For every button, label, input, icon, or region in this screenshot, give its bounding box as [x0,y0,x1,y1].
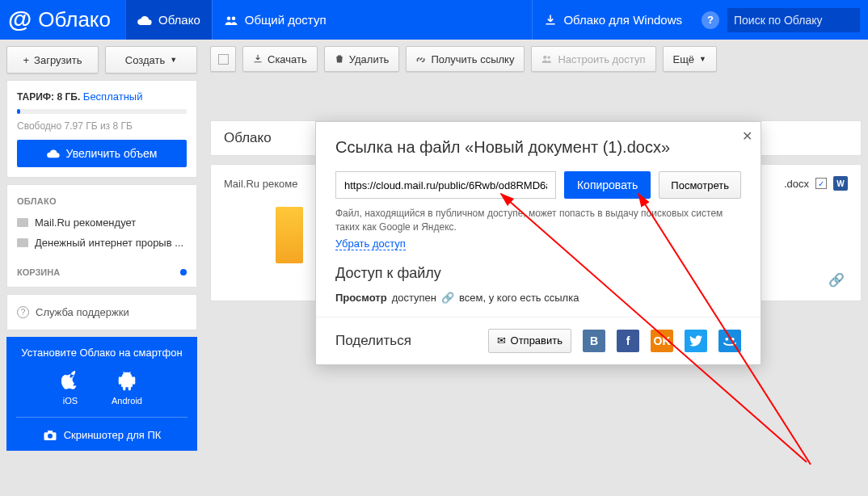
svg-rect-3 [48,431,53,433]
logo-text: Облако [38,7,111,32]
file-item-docx[interactable]: .docx ✓ W [784,176,848,191]
breadcrumb-label[interactable]: Облако [224,130,272,146]
config-access-label: Настроить доступ [558,53,645,65]
nav-shared-label: Общий доступ [245,13,327,27]
delete-button[interactable]: Удалить [324,46,400,72]
sidebar-cloud-title: ОБЛАКО [7,193,196,212]
public-warning-text: Файл, находящийся в публичном доступе, м… [335,207,741,234]
tariff-free-text: Свободно 7.97 ГБ из 8 ГБ [17,120,187,132]
social-moimir[interactable] [718,330,741,352]
send-label: Отправить [511,334,563,347]
tariff-progress [17,109,187,114]
social-vk[interactable]: B [583,330,605,352]
sidebar: + Загрузить Создать ▼ ТАРИФ: 8 ГБ. Беспл… [0,40,204,496]
send-button[interactable]: ✉ Отправить [488,329,571,353]
download-icon [544,14,557,27]
more-label: Ещё [673,53,695,65]
chevron-down-icon: ▼ [170,56,177,64]
sidebar-trash-title[interactable]: КОРЗИНА [17,267,60,277]
download-label: Скачать [268,53,307,65]
access-mode: Просмотр [335,292,387,304]
checkbox-icon[interactable]: ✓ [815,178,827,189]
share-modal: ✕ Ссылка на файл «Новый документ (1).doc… [315,121,761,365]
nav-cloud-label: Облако [158,13,200,27]
access-available: доступен [392,292,436,304]
file-ext-label: .docx [784,178,809,190]
access-title: Доступ к файлу [335,265,741,282]
share-url-input[interactable] [335,171,556,199]
more-button[interactable]: Ещё ▼ [663,46,718,72]
link-icon [416,54,426,64]
create-button[interactable]: Создать ▼ [105,46,197,74]
enlarge-button[interactable]: Увеличить объем [17,140,187,167]
access-row: Просмотр доступен 🔗 всем, у кого есть сс… [335,292,741,304]
toolbar: Скачать Удалить Получить ссылку Настроит… [210,46,868,72]
nav-shared[interactable]: Общий доступ [212,0,338,40]
close-button[interactable]: ✕ [742,128,752,144]
promo-android[interactable]: Android [112,370,142,406]
svg-point-1 [232,16,236,20]
main-header: @ Облако Облако Общий доступ Облако для … [0,0,868,40]
folder-thumbnail[interactable] [276,207,303,263]
svg-point-4 [48,433,53,438]
delete-label: Удалить [349,53,390,65]
social-twitter[interactable] [685,330,707,352]
remove-access-link[interactable]: Убрать доступ [335,237,406,250]
social-facebook[interactable]: f [617,330,639,352]
tariff-plan[interactable]: Бесплатный [83,90,143,103]
link-icon: 🔗 [441,292,454,304]
access-who: всем, у кого есть ссылка [459,292,579,304]
help-button[interactable]: ? [702,11,719,29]
get-link-button[interactable]: Получить ссылку [406,46,525,72]
upload-label: Загрузить [34,54,82,66]
support-link[interactable]: ? Служба поддержки [7,303,196,322]
camera-icon [43,430,57,441]
nav-cloud[interactable]: Облако [125,0,212,40]
link-shared-icon: 🔗 [828,272,845,288]
people-icon [224,15,238,26]
trash-indicator-icon [180,269,187,275]
upload-button[interactable]: + Загрузить [6,46,99,74]
copy-button[interactable]: Копировать [564,171,651,199]
mail-icon: ✉ [497,334,506,347]
folder-icon [17,218,28,227]
promo-ios-label: iOS [63,396,78,406]
svg-point-7 [725,337,728,340]
nav-windows-label: Облако для Windows [563,13,682,27]
word-icon: W [833,176,848,191]
logo[interactable]: @ Облако [0,0,125,40]
trash-icon [335,54,344,64]
promo-android-label: Android [112,396,142,406]
nav-windows[interactable]: Облако для Windows [532,0,693,40]
config-access-button[interactable]: Настроить доступ [531,46,655,72]
search-input[interactable] [727,8,860,32]
select-all-checkbox[interactable] [210,46,236,72]
sidebar-support-section: ? Служба поддержки [6,294,197,330]
plus-icon: + [23,54,30,66]
cloud-icon [47,149,60,158]
cloud-icon [137,15,152,26]
share-title: Поделиться [335,333,411,349]
sidebar-item-recommend[interactable]: Mail.Ru рекомендует [7,212,196,233]
download-icon [253,54,263,64]
sidebar-item-label: Mail.Ru рекомендует [35,216,136,229]
promo-screenshoter[interactable]: Скриншотер для ПК [13,429,191,441]
people-icon [541,54,553,64]
social-ok[interactable]: OK [651,330,673,352]
svg-point-0 [227,16,231,20]
chevron-down-icon: ▼ [699,55,706,63]
tariff-label: ТАРИФ: 8 ГБ. [17,91,80,103]
create-label: Создать [125,54,165,66]
android-icon [118,370,136,391]
search-box [727,8,860,32]
sidebar-item-money[interactable]: Денежный интернет прорыв ... [7,233,196,253]
download-button[interactable]: Скачать [242,46,318,72]
modal-footer: Поделиться ✉ Отправить B f OK [316,317,761,364]
view-button[interactable]: Посмотреть [659,171,741,199]
logo-at-icon: @ [8,6,32,33]
get-link-label: Получить ссылку [431,53,514,65]
question-icon: ? [17,306,29,318]
promo-ios[interactable]: iOS [61,370,79,406]
promo-box: Установите Облако на смартфон iOS Androi… [6,337,197,451]
sidebar-cloud-section: ОБЛАКО Mail.Ru рекомендует Денежный инте… [6,184,197,288]
